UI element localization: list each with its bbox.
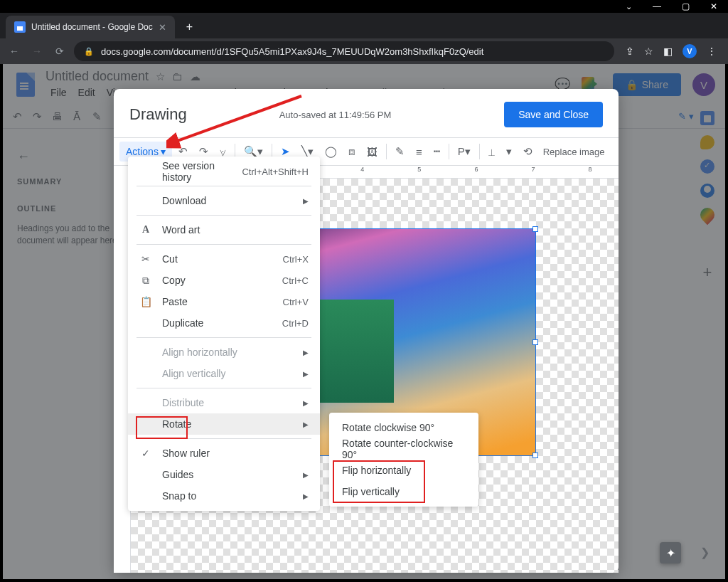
submenu-rotate-ccw[interactable]: Rotate counter-clockwise 90° xyxy=(329,438,478,460)
forward-button[interactable]: → xyxy=(28,46,46,57)
chrome-menu-icon[interactable]: ⋮ xyxy=(707,46,717,57)
menu-paste[interactable]: 📋PasteCtrl+V xyxy=(128,291,320,312)
share-page-icon[interactable]: ⇪ xyxy=(626,46,634,57)
window-controls: ⌄ — ▢ ✕ xyxy=(614,0,728,13)
menu-copy[interactable]: ⧉CopyCtrl+C xyxy=(128,270,320,291)
textbox-icon[interactable]: ⧈ xyxy=(343,142,360,162)
menu-cut[interactable]: ✂CutCtrl+X xyxy=(128,248,320,270)
replace-image-button[interactable]: Replace image xyxy=(539,147,609,157)
menu-rotate[interactable]: Rotate▶ xyxy=(128,413,320,435)
autosave-text: Auto-saved at 11:49:56 PM xyxy=(279,110,392,120)
reload-button[interactable]: ⟳ xyxy=(51,46,68,57)
explore-button[interactable]: ✦ xyxy=(660,542,681,564)
submenu-flip-vertical[interactable]: Flip vertically xyxy=(329,481,478,502)
minimize-button[interactable]: — xyxy=(643,0,671,13)
docs-favicon-icon xyxy=(14,21,26,33)
image-icon[interactable]: 🖼 xyxy=(362,142,382,162)
resize-handle-br[interactable] xyxy=(532,453,538,458)
profile-badge[interactable]: V xyxy=(682,44,697,58)
maximize-button[interactable]: ▢ xyxy=(671,0,700,13)
menu-show-ruler[interactable]: ✓Show ruler xyxy=(128,443,320,464)
actions-menu: See version historyCtrl+Alt+Shift+H Down… xyxy=(128,157,320,511)
extensions-icon[interactable]: ◧ xyxy=(663,46,673,57)
back-button[interactable]: ← xyxy=(6,46,23,57)
lock-icon: 🔒 xyxy=(84,47,94,56)
tab-title: Untitled document - Google Doc xyxy=(31,22,153,32)
tab-strip: Untitled document - Google Doc ✕ + xyxy=(0,13,728,38)
crop-icon[interactable]: ⟂ xyxy=(483,142,500,162)
side-chevron-icon[interactable]: ❯ xyxy=(700,546,710,559)
menu-version-history[interactable]: See version historyCtrl+Alt+Shift+H xyxy=(128,161,320,182)
submenu-rotate-cw[interactable]: Rotate clockwise 90° xyxy=(329,417,478,438)
bookmark-icon[interactable]: ☆ xyxy=(644,46,653,57)
menu-word-art[interactable]: AWord art xyxy=(128,219,320,240)
menu-align-horizontal: Align horizontally▶ xyxy=(128,342,320,363)
resize-handle-tr[interactable] xyxy=(532,226,538,232)
position-icon[interactable]: P▾ xyxy=(453,142,476,162)
new-tab-button[interactable]: + xyxy=(181,21,198,33)
menu-distribute: Distribute▶ xyxy=(128,392,320,413)
tab-search-icon[interactable]: ⌄ xyxy=(614,0,643,13)
menu-duplicate[interactable]: DuplicateCtrl+D xyxy=(128,312,320,334)
menu-guides[interactable]: Guides▶ xyxy=(128,464,320,485)
rotate-submenu: Rotate clockwise 90° Rotate counter-cloc… xyxy=(329,413,478,507)
close-button[interactable]: ✕ xyxy=(700,0,728,13)
border-dash-icon[interactable]: ┅ xyxy=(429,142,445,162)
border-weight-icon[interactable]: ≡ xyxy=(411,142,427,162)
menu-snap-to[interactable]: Snap to▶ xyxy=(128,485,320,507)
toolbar-right: ⇪ ☆ ◧ V ⋮ xyxy=(620,44,722,58)
menu-download[interactable]: Download▶ xyxy=(128,190,320,211)
border-color-icon[interactable]: ✎ xyxy=(390,142,410,162)
submenu-flip-horizontal[interactable]: Flip horizontally xyxy=(329,460,478,481)
browser-chrome: Untitled document - Google Doc ✕ + ← → ⟳… xyxy=(0,13,728,64)
browser-tab[interactable]: Untitled document - Google Doc ✕ xyxy=(6,16,175,38)
menu-align-vertical: Align vertically▶ xyxy=(128,363,320,384)
reset-image-icon[interactable]: ⟲ xyxy=(518,142,537,162)
url-text: docs.google.com/document/d/1SFQu5A5mi1PX… xyxy=(101,46,483,57)
tab-close-icon[interactable]: ✕ xyxy=(159,22,166,33)
dialog-header: Drawing Auto-saved at 11:49:56 PM Save a… xyxy=(114,89,619,137)
save-and-close-button[interactable]: Save and Close xyxy=(504,102,603,127)
resize-handle-mr[interactable] xyxy=(532,339,538,345)
shape-tool-icon[interactable]: ◯ xyxy=(320,142,342,162)
address-bar: ← → ⟳ 🔒 docs.google.com/document/d/1SFQu… xyxy=(0,38,728,64)
mask-icon[interactable]: ▾ xyxy=(501,142,517,162)
dialog-title: Drawing xyxy=(129,105,187,124)
url-input[interactable]: 🔒 docs.google.com/document/d/1SFQu5A5mi1… xyxy=(74,41,614,61)
